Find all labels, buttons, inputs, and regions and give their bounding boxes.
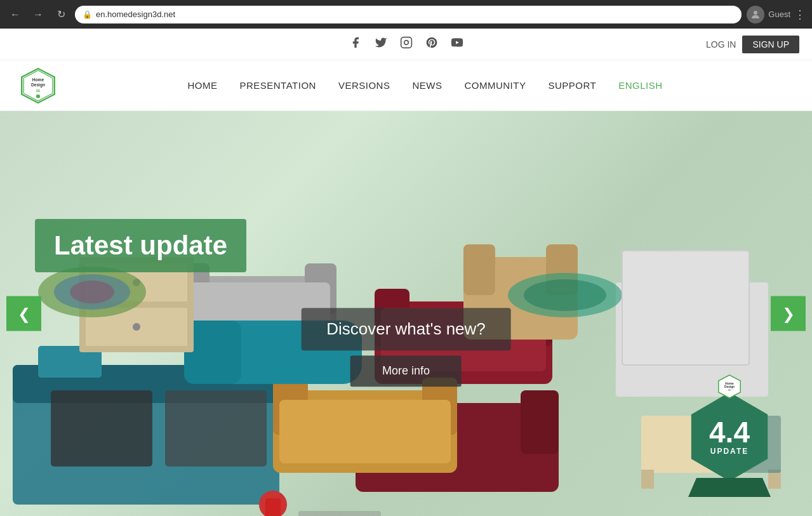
back-button[interactable]: ← (6, 6, 24, 23)
svg-point-54 (70, 281, 114, 303)
svg-rect-34 (463, 244, 495, 295)
svg-point-9 (36, 94, 40, 98)
facebook-icon[interactable] (349, 36, 362, 52)
svg-rect-15 (165, 390, 267, 466)
nav-presentation[interactable]: PRESENTATION (239, 80, 316, 91)
svg-text:3D: 3D (728, 388, 731, 392)
hero-section: Latest update Discover what's new? More … (0, 111, 812, 516)
youtube-icon[interactable] (451, 36, 463, 52)
reload-button[interactable]: ↻ (52, 6, 70, 23)
svg-point-56 (524, 279, 606, 311)
svg-text:Design: Design (31, 83, 45, 88)
nav-support[interactable]: SUPPORT (548, 80, 596, 91)
svg-text:Design: Design (724, 385, 735, 388)
svg-point-0 (754, 11, 757, 15)
nav-news[interactable]: NEWS (412, 80, 442, 91)
svg-point-51 (133, 323, 140, 331)
carousel-prev-button[interactable]: ❮ (6, 296, 41, 331)
nav-versions[interactable]: VERSIONS (338, 80, 390, 91)
profile-area: Guest ⋮ (747, 6, 806, 23)
nav-home[interactable]: HOME (187, 80, 217, 91)
discover-text: Discover what's new? (301, 308, 511, 350)
version-number: 4.4 (709, 418, 750, 447)
auth-buttons: LOG IN SIGN UP (706, 36, 799, 53)
svg-rect-44 (641, 470, 654, 489)
latest-update-badge: Latest update (35, 219, 246, 272)
svg-rect-68 (622, 251, 749, 365)
update-hex-bottom (688, 478, 771, 497)
forward-button[interactable]: → (29, 6, 47, 23)
svg-text:Home: Home (32, 77, 44, 81)
version-update-badge: Home Design 3D 4.4 UPDATE (685, 374, 774, 497)
social-icons-bar (349, 36, 463, 52)
svg-rect-58 (265, 498, 281, 516)
svg-rect-30 (279, 400, 451, 463)
update-label: UPDATE (710, 447, 749, 456)
svg-rect-14 (51, 390, 152, 466)
carousel-next-button[interactable]: ❯ (771, 296, 806, 331)
main-nav: HOME PRESENTATION VERSIONS NEWS COMMUNIT… (187, 80, 662, 91)
update-hex-shape: 4.4 UPDATE (685, 392, 774, 481)
svg-text:Home: Home (725, 382, 734, 385)
hero-cta: Discover what's new? More info (301, 295, 511, 387)
lock-icon: 🔒 (83, 10, 92, 19)
address-bar[interactable]: 🔒 en.homedesign3d.net (75, 6, 742, 23)
url-text: en.homedesign3d.net (96, 10, 734, 19)
nav-english[interactable]: ENGLISH (618, 80, 662, 91)
nav-community[interactable]: COMMUNITY (464, 80, 526, 91)
twitter-icon[interactable] (375, 36, 387, 52)
login-button[interactable]: LOG IN (706, 39, 736, 50)
signup-button[interactable]: SIGN UP (742, 36, 799, 53)
svg-text:3D: 3D (36, 88, 41, 92)
svg-rect-69 (298, 511, 381, 516)
browser-chrome: ← → ↻ 🔒 en.homedesign3d.net Guest ⋮ (0, 0, 812, 29)
instagram-icon[interactable] (400, 36, 413, 52)
svg-rect-26 (521, 390, 559, 454)
more-info-button[interactable]: More info (350, 355, 462, 387)
logo[interactable]: Home Design 3D (19, 67, 57, 105)
username-text: Guest (768, 10, 790, 19)
nav-bar: Home Design 3D HOME PRESENTATION VERSION… (0, 60, 812, 111)
profile-icon[interactable] (747, 6, 764, 23)
site-header: LOG IN SIGN UP (0, 29, 812, 60)
svg-rect-1 (401, 37, 411, 48)
menu-dots-icon[interactable]: ⋮ (794, 8, 806, 22)
pinterest-icon[interactable] (425, 36, 438, 52)
